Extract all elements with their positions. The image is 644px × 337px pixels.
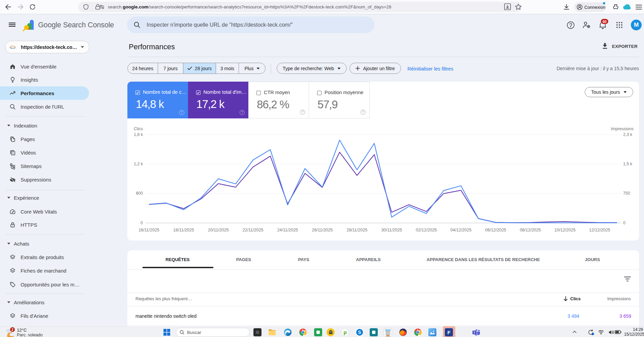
svg-text:28/11/2025: 28/11/2025: [346, 228, 367, 232]
svg-text:0: 0: [623, 221, 625, 225]
svg-text:20/11/2025: 20/11/2025: [208, 228, 229, 232]
svg-text:04/12/2025: 04/12/2025: [451, 228, 472, 232]
svg-text:2,3 k: 2,3 k: [623, 132, 633, 137]
svg-text:18/11/2025: 18/11/2025: [173, 228, 194, 232]
svg-text:Impressions: Impressions: [611, 127, 634, 131]
svg-text:08/12/2025: 08/12/2025: [520, 228, 541, 232]
svg-text:10/12/2025: 10/12/2025: [554, 228, 576, 232]
svg-text:22/11/2025: 22/11/2025: [243, 228, 264, 232]
svg-text:02/12/2025: 02/12/2025: [416, 228, 437, 232]
svg-text:12/12/2025: 12/12/2025: [589, 228, 610, 232]
svg-text:1,2 k: 1,2 k: [134, 162, 143, 166]
svg-text:750: 750: [623, 191, 630, 196]
svg-text:1,8 k: 1,8 k: [134, 132, 143, 137]
svg-text:T: T: [473, 331, 476, 334]
svg-text:DESTOCK: DESTOCK: [10, 47, 16, 48]
svg-text:0: 0: [141, 221, 143, 225]
svg-text:1,5 k: 1,5 k: [623, 162, 633, 166]
svg-text:24/11/2025: 24/11/2025: [277, 228, 298, 232]
svg-text:30/11/2025: 30/11/2025: [381, 228, 402, 232]
svg-text:26/11/2025: 26/11/2025: [312, 228, 333, 232]
svg-text:16/11/2025: 16/11/2025: [139, 228, 159, 232]
svg-text:Clics: Clics: [134, 127, 143, 131]
svg-text:06/12/2025: 06/12/2025: [485, 228, 507, 232]
svg-text:600: 600: [136, 191, 143, 196]
